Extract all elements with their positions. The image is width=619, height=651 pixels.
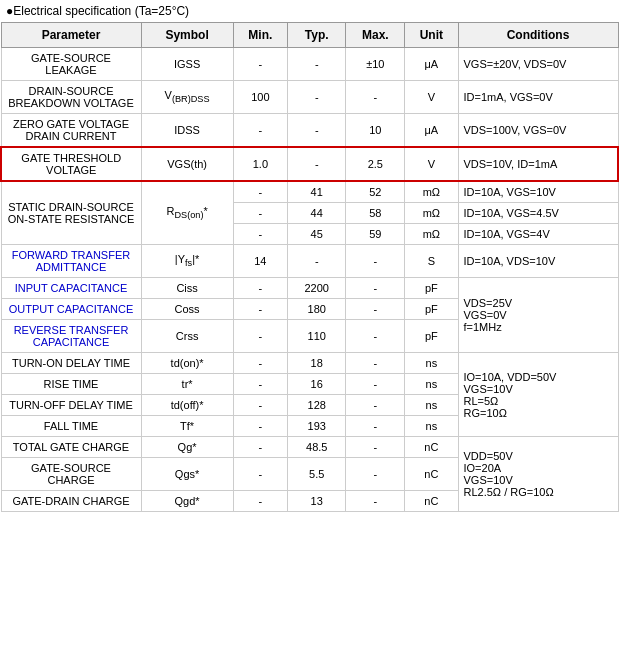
col-parameter: Parameter [1,23,141,48]
col-min: Min. [233,23,287,48]
header: ●Electrical specification (Ta=25°C) [0,0,619,22]
col-conditions: Conditions [458,23,618,48]
col-max: Max. [346,23,405,48]
electrical-spec-table: Parameter Symbol Min. Typ. Max. Unit Con… [0,22,619,512]
col-unit: Unit [405,23,458,48]
col-symbol: Symbol [141,23,233,48]
col-typ: Typ. [288,23,346,48]
